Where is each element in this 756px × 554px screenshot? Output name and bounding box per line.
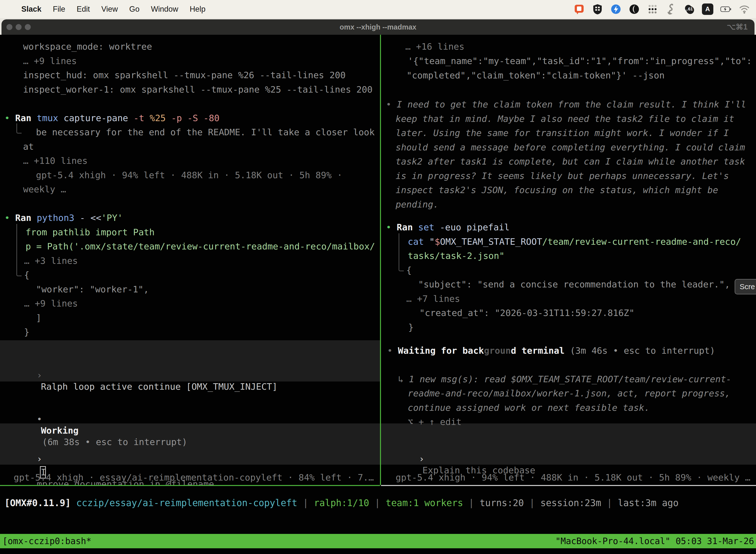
terminal-line: • Ran python3 - <<'PY' [4, 212, 123, 224]
terminal-text: 'PY' [101, 213, 123, 223]
terminal-text: " [424, 236, 435, 247]
record-crescent-icon[interactable] [629, 3, 640, 15]
menu-item-go[interactable]: Go [129, 5, 139, 13]
tmux-session-label: [omx-cczip0:bash* [2, 534, 91, 548]
terminal-line: pending. [396, 199, 439, 210]
screenshot-icon[interactable] [573, 3, 585, 15]
bullet-icon: • [37, 414, 42, 424]
terminal-line: } [408, 322, 414, 333]
terminal-text: Ran [15, 213, 31, 223]
terminal-line: … +110 lines [23, 155, 87, 167]
terminal-text: inspect_worker-1: omx sparkshell --tmux-… [23, 85, 373, 95]
menu-item-view[interactable]: View [101, 5, 118, 13]
working-label: Working [41, 426, 79, 436]
terminal-text: at [23, 142, 34, 152]
menu-bar: Slack FileEditViewGoWindowHelp ..61 A [0, 0, 756, 18]
menu-item-help[interactable]: Help [190, 5, 206, 13]
right-model-status: gpt-5.4 xhigh · 94% left · 488K in · 5.1… [396, 472, 750, 483]
terminal-line: tasks/task-2.json" [408, 250, 504, 262]
wifi-icon[interactable] [739, 3, 750, 15]
dragon-icon[interactable] [665, 3, 677, 15]
terminal-text: } [24, 327, 29, 337]
terminal-text: later. Using the same for transition mig… [396, 128, 729, 138]
terminal-text: '{"team_name":"my-team","task_id":"1","f… [408, 56, 752, 66]
terminal-text: ] [36, 313, 42, 323]
omx-status-line: [OMX#0.11.9] cczip/essay/ai-reimplementa… [4, 497, 679, 509]
menu-item-file[interactable]: File [53, 5, 65, 13]
terminal-text: … +16 lines [405, 42, 464, 52]
terminal-text: d terminal [511, 345, 565, 356]
terminal-text: cat [408, 236, 424, 247]
terminal-line: ⌥ + ↑ edit [408, 416, 461, 428]
terminal-line: from pathlib import Path [25, 227, 154, 238]
terminal-text: … +7 lines [406, 294, 460, 304]
terminal-text: I need to get the claim token from the c… [397, 99, 746, 109]
terminal-line: p = Path('.omx/state/team/review-current… [25, 241, 375, 252]
terminal-text: • [4, 113, 15, 123]
gauge-61-icon[interactable]: ..61 [684, 3, 695, 15]
tmux-pane-right[interactable]: … +16 lines'{"team_name":"my-team","task… [381, 35, 756, 485]
terminal-text: gpt-5.4 xhigh · 94% left · 488K in · 5.1… [36, 170, 342, 180]
terminal-text: • [386, 222, 397, 232]
ralph-banner: › Ralph loop active continue [OMX_TMUX_I… [4, 358, 277, 404]
input-source-icon[interactable]: A [702, 3, 713, 15]
terminal-line: be necessary for the end of the README. … [36, 126, 375, 138]
omx-status-segment: | [297, 498, 314, 508]
bolt-badge-icon[interactable] [610, 3, 622, 15]
terminal-text: -t [128, 113, 144, 123]
terminal-text: capture-pane [58, 113, 128, 123]
terminal-text: • [387, 345, 398, 356]
terminal-line: gpt-5.4 xhigh · 94% left · 488K in · 5.1… [36, 170, 342, 181]
terminal-line: workspace_mode: worktree [23, 41, 152, 52]
menu-item-app[interactable]: Slack [21, 5, 42, 14]
window-title-bar[interactable]: omx --xhigh --madmax ⌥⌘1 [1, 19, 755, 35]
menu-item-window[interactable]: Window [151, 5, 178, 13]
terminal-text: (3m 46s • esc to interrupt) [565, 345, 715, 356]
terminal-text: "completed","claim_token":"claim-token"}… [406, 70, 665, 80]
terminal-line: "subject": "send a concise recommendatio… [418, 279, 730, 290]
dots-grid-icon[interactable] [647, 3, 658, 15]
terminal-text: - << [74, 213, 101, 223]
omx-status-segment: ralph:1/10 [314, 498, 369, 508]
terminal-line: cat "$OMX_TEAM_STATE_ROOT/team/review-cu… [408, 236, 741, 247]
chevron-icon: › [37, 370, 42, 380]
ralph-banner-text: Ralph loop active continue [OMX_TMUX_INJ… [41, 382, 277, 392]
output-connector [16, 123, 21, 133]
terminal-line: inspect_hud: omx sparkshell --tmux-pane … [23, 69, 345, 81]
terminal-text: inspect task2's JSON, focusing on the st… [396, 185, 718, 195]
menu-item-edit[interactable]: Edit [77, 5, 90, 13]
terminal-line: ] [36, 312, 42, 324]
battery-charging-icon[interactable] [720, 3, 732, 15]
prompt-chevron-icon: › [419, 454, 424, 464]
omx-status-segment: session:23m [541, 498, 601, 508]
terminal-line: "created_at": "2026-03-31T11:59:27.816Z" [420, 307, 634, 319]
omx-status-segment: | [601, 498, 618, 508]
terminal-text: readme-and-reco/mailbox/worker-1.json, a… [408, 388, 730, 398]
terminal-line: inspect task2's JSON, focusing on the st… [396, 184, 718, 196]
terminal-text: ↳ [398, 374, 409, 384]
terminal-line: • I need to get the claim token from the… [386, 99, 746, 110]
terminal-text: … +3 lines [24, 256, 78, 266]
terminal-text: $ [435, 236, 440, 247]
menu-items: FileEditViewGoWindowHelp [42, 5, 205, 14]
omx-status-segment: | [369, 498, 386, 508]
omx-status-segment: [OMX#0.11.9] [4, 498, 76, 508]
terminal-text: groun [484, 345, 511, 356]
terminal-text: from pathlib import Path [25, 227, 154, 237]
shield-grid-icon[interactable] [592, 3, 603, 15]
terminal-text: … +110 lines [23, 156, 87, 166]
terminal-text [31, 213, 37, 223]
pane-border-bottom-left [0, 485, 380, 486]
terminal-text: inspect_hud: omx sparkshell --tmux-pane … [23, 70, 345, 80]
terminal-text: pending. [396, 199, 439, 210]
tmux-pane-left[interactable]: workspace_mode: worktree… +9 linesinspec… [0, 35, 380, 485]
terminal-text: 1 new msg(s): read $OMX_TEAM_STATE_ROOT/… [409, 374, 731, 384]
pane-border-bottom-right [381, 485, 756, 486]
output-connector [16, 224, 21, 276]
terminal-line: ↳ 1 new msg(s): read $OMX_TEAM_STATE_ROO… [398, 374, 732, 385]
terminal-line: continue assigned work or next feasible … [408, 402, 649, 413]
terminal-line: "worker": "worker-1", [36, 284, 149, 295]
terminal-line: weekly … [23, 184, 66, 195]
terminal-text: "worker": "worker-1", [36, 284, 149, 294]
terminal-text: ⌥ + ↑ edit [408, 417, 461, 427]
